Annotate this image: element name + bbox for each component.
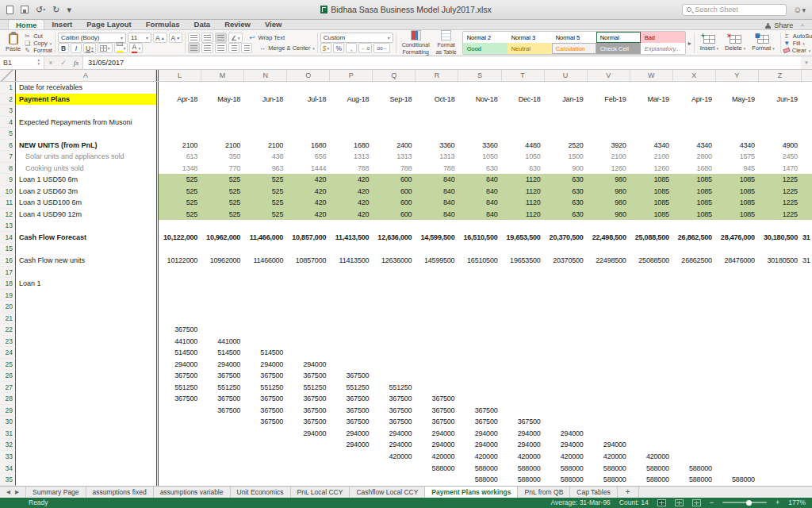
cell-V3[interactable] — [588, 105, 630, 117]
row-header-20[interactable]: 20 — [0, 301, 16, 313]
cell-V6[interactable]: 3920 — [588, 140, 630, 152]
cell-X17[interactable] — [673, 267, 716, 279]
cell-O34[interactable] — [287, 463, 330, 475]
cell-T17[interactable] — [502, 267, 545, 279]
cell-V19[interactable] — [588, 290, 630, 302]
col-header-x[interactable]: X — [673, 70, 716, 81]
cell-U8[interactable]: 900 — [545, 163, 588, 175]
cell-Y18[interactable] — [716, 278, 759, 290]
cell-A24[interactable] — [16, 347, 156, 359]
currency-format-button[interactable]: $▾ — [320, 43, 332, 53]
cell-V16[interactable]: 22498500 — [588, 255, 630, 267]
cell-N12[interactable]: 525 — [244, 209, 287, 221]
cell-M13[interactable] — [201, 220, 244, 232]
cell-Z11[interactable]: 1225 — [759, 197, 802, 209]
cell-M6[interactable]: 2100 — [201, 140, 244, 152]
cell-P30[interactable]: 367500 — [330, 416, 373, 428]
cell-X12[interactable]: 1085 — [673, 209, 716, 221]
cell-P12[interactable]: 420 — [330, 209, 373, 221]
cell-A8[interactable]: Cooking units sold — [16, 163, 156, 175]
cell-AA10-clipped[interactable] — [802, 186, 812, 198]
cell-Y12[interactable]: 1085 — [716, 209, 759, 221]
cell-U33[interactable]: 420000 — [545, 451, 588, 463]
cell-Q21[interactable] — [373, 313, 416, 325]
cell-Q32[interactable]: 294000 — [373, 439, 416, 451]
cell-M10[interactable]: 525 — [201, 186, 244, 198]
cell-P17[interactable] — [330, 267, 373, 279]
ribbon-collapse-icon[interactable]: ^ — [801, 22, 804, 29]
prev-sheet-icon[interactable]: ◀ — [6, 489, 10, 495]
cell-Q31[interactable]: 294000 — [373, 428, 416, 440]
cell-W24[interactable] — [630, 347, 673, 359]
col-header-w[interactable]: W — [630, 70, 673, 81]
cell-P35[interactable] — [330, 474, 373, 486]
col-header-u[interactable]: U — [545, 70, 588, 81]
wrap-text-button[interactable]: ↩Wrap Text — [249, 34, 285, 41]
cell-U32[interactable]: 294000 — [545, 439, 588, 451]
cell-X16[interactable]: 26862500 — [673, 255, 716, 267]
cell-P14[interactable]: 11,413,500 — [330, 232, 373, 244]
align-bottom-button[interactable] — [215, 33, 227, 43]
cell-R14[interactable]: 14,599,500 — [416, 232, 458, 244]
cell-Z25[interactable] — [759, 359, 802, 371]
cell-W11[interactable]: 1085 — [630, 197, 673, 209]
cell-S24[interactable] — [458, 347, 501, 359]
cell-X2[interactable]: Apr-19 — [673, 94, 716, 106]
cell-R20[interactable] — [416, 301, 458, 313]
cell-V5[interactable] — [588, 128, 630, 140]
cell-S4[interactable] — [458, 117, 501, 129]
cell-P15[interactable] — [330, 243, 373, 255]
cell-N25[interactable]: 294000 — [244, 359, 287, 371]
cell-Q9[interactable]: 600 — [373, 174, 416, 186]
col-header-a[interactable]: A — [16, 70, 156, 81]
style-chip[interactable]: Normal — [596, 32, 641, 43]
save-icon[interactable] — [21, 6, 29, 13]
confirm-entry-icon[interactable]: ✓ — [57, 59, 70, 67]
ribbon-tab-view[interactable]: View — [258, 19, 289, 29]
select-all-corner[interactable] — [0, 70, 16, 81]
row-header-2[interactable]: 2 — [0, 94, 16, 106]
cell-Y17[interactable] — [716, 267, 759, 279]
cell-L18[interactable] — [159, 278, 201, 290]
cell-Q22[interactable] — [373, 324, 416, 336]
fill-color-button[interactable]: ▾ — [114, 43, 128, 53]
cell-T25[interactable] — [502, 359, 545, 371]
cell-V28[interactable] — [588, 393, 630, 405]
cell-S23[interactable] — [458, 336, 501, 348]
cell-A13[interactable] — [16, 220, 156, 232]
new-document-icon[interactable] — [6, 6, 13, 14]
cell-W1[interactable] — [630, 82, 673, 94]
style-chip[interactable]: Normal 2 — [463, 32, 508, 43]
row-header-12[interactable]: 12 — [0, 209, 16, 221]
cell-A10[interactable]: Loan 2 USD60 3m — [16, 186, 156, 198]
cell-N11[interactable]: 525 — [244, 197, 287, 209]
cell-U14[interactable]: 20,370,500 — [545, 232, 588, 244]
row-header-19[interactable]: 19 — [0, 290, 16, 302]
next-sheet-icon[interactable]: ▶ — [15, 489, 19, 495]
cell-Q19[interactable] — [373, 290, 416, 302]
cell-O4[interactable] — [287, 117, 330, 129]
cell-W21[interactable] — [630, 313, 673, 325]
row-header-30[interactable]: 30 — [0, 416, 16, 428]
cell-A1[interactable]: Date for receivables — [16, 82, 156, 94]
cell-A28[interactable] — [16, 393, 156, 405]
cell-A16[interactable]: Cash Flow new units — [16, 255, 156, 267]
cell-N28[interactable]: 367500 — [244, 393, 287, 405]
cell-Y23[interactable] — [716, 336, 759, 348]
cell-S35[interactable]: 588000 — [458, 474, 501, 486]
cell-S12[interactable]: 840 — [458, 209, 501, 221]
row-header-34[interactable]: 34 — [0, 463, 16, 475]
cell-T21[interactable] — [502, 313, 545, 325]
cell-V30[interactable] — [588, 416, 630, 428]
row-header-21[interactable]: 21 — [0, 313, 16, 325]
cell-V25[interactable] — [588, 359, 630, 371]
cell-V8[interactable]: 1260 — [588, 163, 630, 175]
cell-U20[interactable] — [545, 301, 588, 313]
zoom-slider-thumb[interactable] — [746, 500, 752, 506]
cell-R19[interactable] — [416, 290, 458, 302]
cell-T14[interactable]: 19,653,500 — [502, 232, 545, 244]
cell-M19[interactable] — [201, 290, 244, 302]
conditional-formatting-button[interactable]: ConditionalFormatting — [402, 30, 430, 55]
cell-O32[interactable] — [287, 439, 330, 451]
cell-U23[interactable] — [545, 336, 588, 348]
